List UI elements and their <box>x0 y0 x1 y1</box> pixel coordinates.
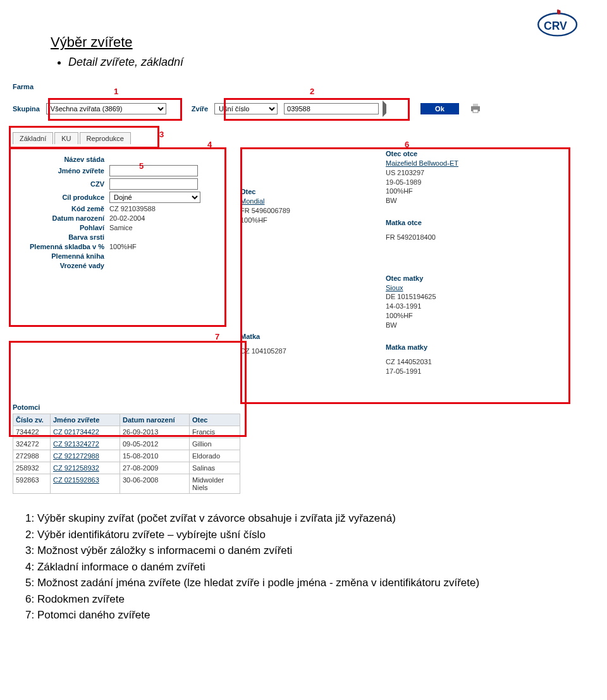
table-cell: Salinas <box>190 462 240 474</box>
label-zvire: Zvíře <box>192 105 208 113</box>
print-icon[interactable] <box>469 102 482 115</box>
table-cell: Eldorado <box>190 450 240 462</box>
page-title: Výběr zvířete <box>51 34 582 51</box>
svg-rect-3 <box>473 104 478 106</box>
highlight-6 <box>240 147 570 404</box>
marker-3: 3 <box>159 130 164 139</box>
table-row: 592863CZ 02159286330-06-2008Midwolder Ni… <box>13 474 240 494</box>
table-cell: 272988 <box>13 450 51 462</box>
highlight-7 <box>9 341 247 437</box>
table-cell: 15-08-2010 <box>120 450 190 462</box>
legend-line: 2: Výběr identifikátoru zvířete – vybíre… <box>25 527 582 543</box>
marker-7: 7 <box>215 332 219 341</box>
marker-5: 5 <box>139 161 144 171</box>
table-cell: 27-08-2009 <box>120 462 190 474</box>
table-cell: CZ 921324272 <box>51 438 120 450</box>
legend-line: 4: Základní informace o daném zvířeti <box>25 559 582 575</box>
highlight-1 <box>48 98 182 121</box>
table-cell: CZ 921258932 <box>51 462 120 474</box>
table-cell: 592863 <box>13 474 51 494</box>
crv-logo: CRV <box>531 5 582 43</box>
marker-6: 6 <box>405 140 409 149</box>
table-cell: CZ 921272988 <box>51 450 120 462</box>
animal-link[interactable]: CZ 021592863 <box>53 476 99 484</box>
legend-line: 3: Možnost výběr záložky s informacemi o… <box>25 543 582 559</box>
highlight-4 <box>9 147 226 327</box>
label-skupina: Skupina <box>13 105 40 113</box>
table-row: 324272CZ 92132427209-05-2012Gillion <box>13 438 240 450</box>
bullet-detail: Detail zvířete, základní <box>68 56 582 69</box>
animal-link[interactable]: CZ 921324272 <box>53 440 99 448</box>
svg-rect-4 <box>473 109 478 113</box>
table-cell: 09-05-2012 <box>120 438 190 450</box>
legend-line: 7: Potomci daného zvířete <box>25 607 582 623</box>
animal-link[interactable]: CZ 921258932 <box>53 464 99 472</box>
label-farma: Farma <box>13 83 34 90</box>
table-cell: 30-06-2008 <box>120 474 190 494</box>
table-cell: 324272 <box>13 438 51 450</box>
animal-link[interactable]: CZ 921272988 <box>53 452 99 460</box>
highlight-3 <box>9 126 159 149</box>
legend-line: 6: Rodokmen zvířete <box>25 591 582 608</box>
table-cell: 258932 <box>13 462 51 474</box>
highlight-2 <box>224 98 410 121</box>
ok-button[interactable]: Ok <box>420 103 459 114</box>
legend-line: 5: Možnost zadání jména zvířete (lze hle… <box>25 575 582 591</box>
svg-text:CRV: CRV <box>544 20 567 32</box>
table-cell: Midwolder Niels <box>190 474 240 494</box>
marker-2: 2 <box>310 87 314 96</box>
table-cell: Gillion <box>190 438 240 450</box>
legend-list: 1: Výběr skupiny zvířat (počet zvířat v … <box>25 510 582 623</box>
table-row: 272988CZ 92127298815-08-2010Eldorado <box>13 450 240 462</box>
legend-line: 1: Výběr skupiny zvířat (počet zvířat v … <box>25 510 582 527</box>
table-cell: CZ 021592863 <box>51 474 120 494</box>
marker-1: 1 <box>114 87 118 96</box>
table-row: 258932CZ 92125893227-08-2009Salinas <box>13 462 240 474</box>
marker-4: 4 <box>207 140 212 149</box>
